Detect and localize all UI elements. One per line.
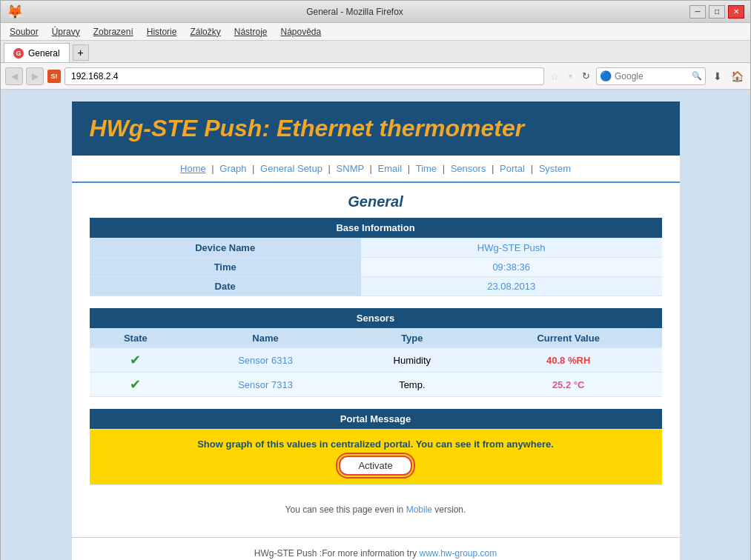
forward-button[interactable]: ▶ [26, 67, 44, 85]
page-title: General [72, 183, 680, 218]
address-bar: ◀ ▶ S! ☆ ▾ ↻ 🔵 🔍 ⬇ 🏠 [1, 63, 750, 90]
window-controls: ─ □ ✕ [689, 5, 744, 19]
sensor1-value: 40.8 %RH [475, 348, 662, 373]
nav-email[interactable]: Email [378, 163, 403, 174]
menu-soubor[interactable]: Soubor [4, 25, 44, 39]
footer-text1: You can see this page even in [285, 504, 404, 515]
browser-window: 🦊 General - Mozilla Firefox ─ □ ✕ Soubor… [0, 0, 751, 560]
nav-snmp[interactable]: SNMP [337, 163, 364, 174]
home-icon[interactable]: 🏠 [728, 67, 746, 85]
base-info-section: Base Information Device Name HWg-STE Pus… [72, 218, 680, 530]
hw-group-link[interactable]: www.hw-group.com [420, 548, 497, 559]
maximize-button[interactable]: □ [709, 5, 725, 19]
table-row: Date 23.08.2013 [90, 277, 662, 296]
heading-white: HWg-STE Push: [90, 115, 271, 141]
portal-message: Show graph of this values in centralized… [102, 439, 650, 450]
tab-label: General [28, 48, 60, 59]
nav-home[interactable]: Home [180, 163, 206, 174]
mobile-link[interactable]: Mobile [406, 504, 432, 515]
title-bar: 🦊 General - Mozilla Firefox ─ □ ✕ [1, 1, 750, 23]
page-inner: HWg-STE Push: Ethernet thermometer Home … [72, 101, 680, 560]
check-icon: ✔ [130, 353, 141, 367]
menu-zalozky[interactable]: Záložky [184, 25, 226, 39]
sensor1-type: Humidity [349, 348, 475, 373]
heading-orange: Ethernet thermometer [277, 115, 524, 141]
back-button[interactable]: ◀ [5, 67, 23, 85]
bookmark-icon: S! [47, 67, 62, 85]
col-value: Current Value [475, 329, 662, 348]
toolbar-icons: ⬇ 🏠 [709, 67, 746, 85]
menu-historie[interactable]: Historie [141, 25, 183, 39]
portal-box: Show graph of this values in centralized… [90, 430, 662, 484]
minimize-button[interactable]: ─ [689, 5, 706, 19]
sensor1-state: ✔ [90, 348, 182, 373]
date-value: 23.08.2013 [361, 277, 662, 296]
footer-text2: version. [434, 504, 466, 515]
page-footer: HWg-STE Push :For more information try w… [72, 537, 680, 560]
page-content: HWg-STE Push: Ethernet thermometer Home … [1, 90, 750, 560]
search-input[interactable] [615, 71, 689, 81]
search-provider-icon: 🔵 [597, 70, 615, 81]
base-info-table: Base Information Device Name HWg-STE Pus… [90, 218, 662, 296]
device-name-label: Device Name [90, 239, 361, 258]
sensor2-state: ✔ [90, 373, 182, 397]
page-navigation: Home | Graph | General Setup | SNMP | Em… [72, 156, 680, 183]
menu-nastroje[interactable]: Nástroje [228, 25, 274, 39]
sensor2-type: Temp. [349, 373, 475, 397]
table-row: Device Name HWg-STE Push [90, 239, 662, 258]
portal-table: Portal Message Show graph of this values… [90, 409, 662, 485]
table-row: Time 09:38:36 [90, 258, 662, 277]
sensor2-name: Sensor 7313 [182, 373, 349, 397]
new-tab-button[interactable]: + [73, 44, 89, 61]
search-submit-icon[interactable]: 🔍 [689, 71, 705, 81]
page-header: HWg-STE Push: Ethernet thermometer [72, 101, 680, 156]
sensors-table: Sensors State Name Type Current Value ✔ … [90, 308, 662, 397]
check-icon: ✔ [130, 377, 141, 392]
tab-bar: G General + [1, 41, 750, 63]
sensor2-value: 25.2 °C [475, 373, 662, 397]
nav-general-setup[interactable]: General Setup [260, 163, 322, 174]
base-info-header: Base Information [90, 218, 662, 239]
window-title: General - Mozilla Firefox [20, 7, 689, 17]
col-name: Name [182, 329, 349, 348]
col-state: State [90, 329, 182, 348]
sensors-col-headers: State Name Type Current Value [90, 329, 662, 348]
download-icon[interactable]: ⬇ [709, 67, 727, 85]
nav-graph[interactable]: Graph [219, 163, 246, 174]
time-label: Time [90, 258, 361, 277]
nav-time[interactable]: Time [416, 163, 437, 174]
page-heading: HWg-STE Push: Ethernet thermometer [90, 115, 662, 142]
col-type: Type [349, 329, 475, 348]
menu-upravy[interactable]: Úpravy [46, 25, 86, 39]
tab-favicon: G [13, 48, 24, 59]
footer-mobile-text: You can see this page even in Mobile ver… [90, 497, 662, 518]
portal-header: Portal Message [90, 409, 662, 430]
table-row: ✔ Sensor 7313 Temp. 25.2 °C [90, 373, 662, 397]
device-name-value: HWg-STE Push [361, 239, 662, 258]
close-button[interactable]: ✕ [728, 5, 744, 19]
nav-system[interactable]: System [539, 163, 571, 174]
menu-zobrazeni[interactable]: Zobrazení [87, 25, 139, 39]
time-value: 09:38:36 [361, 258, 662, 277]
menu-bar: Soubor Úpravy Zobrazení Historie Záložky… [1, 23, 750, 41]
menu-napoveda[interactable]: Nápověda [274, 25, 327, 39]
firefox-icon: 🦊 [7, 5, 20, 19]
activate-button[interactable]: Activate [339, 456, 411, 476]
activate-btn-wrap: Activate [102, 456, 650, 476]
nav-portal[interactable]: Portal [500, 163, 525, 174]
table-row: ✔ Sensor 6313 Humidity 40.8 %RH [90, 348, 662, 373]
refresh-button[interactable]: ↻ [578, 67, 593, 85]
footer-info: HWg-STE Push :For more information try [254, 548, 417, 559]
date-label: Date [90, 277, 361, 296]
tab-general[interactable]: G General [4, 43, 70, 62]
dropdown-icon: ▾ [566, 72, 575, 80]
search-box: 🔵 🔍 [596, 67, 706, 85]
sensor1-name: Sensor 6313 [182, 348, 349, 373]
nav-sensors[interactable]: Sensors [451, 163, 486, 174]
address-input[interactable] [64, 67, 544, 85]
star-icon: ☆ [547, 70, 563, 82]
sensors-header: Sensors [90, 308, 662, 329]
